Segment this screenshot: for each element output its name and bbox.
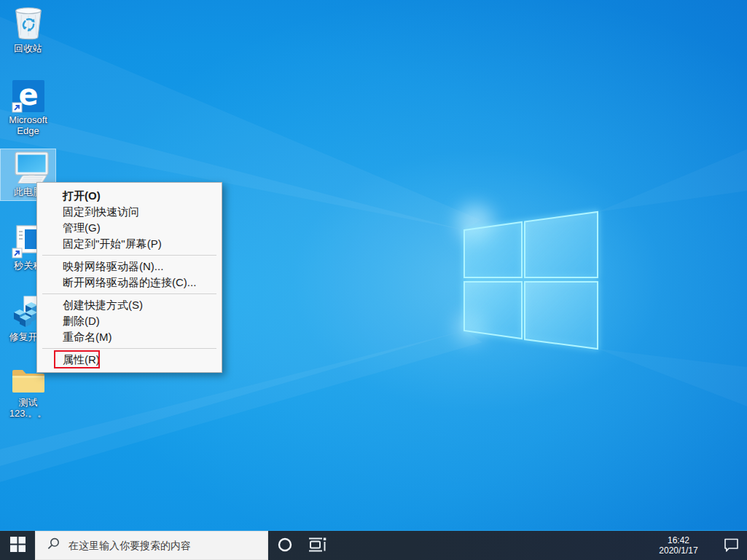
cortana-button[interactable] <box>268 531 301 560</box>
menu-item-delete[interactable]: 删除(D) <box>37 313 222 329</box>
menu-item-disconnect-network-drive[interactable]: 断开网络驱动器的连接(C)... <box>37 275 222 291</box>
menu-item-properties-label: 属性(R) <box>63 353 100 366</box>
action-center-button[interactable] <box>715 537 747 555</box>
menu-item-pin-to-start[interactable]: 固定到"开始"屏幕(P) <box>37 236 222 252</box>
icon-label: 测试123.。。 <box>2 397 55 419</box>
cortana-circle-icon <box>277 537 293 555</box>
menu-item-open[interactable]: 打开(O) <box>37 188 222 204</box>
icon-label: 回收站 <box>14 43 42 54</box>
windows-logo-icon <box>10 537 26 554</box>
this-pc-icon <box>5 151 52 185</box>
task-view-icon <box>308 536 326 555</box>
taskbar: 16:42 2020/1/17 <box>0 530 747 560</box>
menu-item-map-network-drive[interactable]: 映射网络驱动器(N)... <box>37 259 222 275</box>
menu-item-pin-to-quick-access[interactable]: 固定到快速访问 <box>37 204 222 220</box>
context-menu: 打开(O) 固定到快速访问 管理(G) 固定到"开始"屏幕(P) 映射网络驱动器… <box>36 182 222 373</box>
task-view-button[interactable] <box>301 531 334 560</box>
menu-item-manage[interactable]: 管理(G) <box>37 220 222 236</box>
menu-item-rename[interactable]: 重命名(M) <box>37 329 222 345</box>
shortcut-arrow-icon <box>12 103 22 112</box>
taskbar-search[interactable] <box>35 531 268 560</box>
icon-label: Microsoft Edge <box>2 114 55 136</box>
clock-time: 16:42 <box>642 535 715 546</box>
menu-separator <box>42 348 216 349</box>
system-tray: 16:42 2020/1/17 <box>642 531 747 560</box>
menu-separator <box>42 293 216 294</box>
desktop[interactable]: 回收站 e Microsoft Edge <box>0 0 747 530</box>
search-icon <box>46 537 60 554</box>
desktop-icon-recycle-bin[interactable]: 回收站 <box>1 3 55 54</box>
taskbar-clock[interactable]: 16:42 2020/1/17 <box>642 535 715 556</box>
shortcut-arrow-icon <box>12 248 22 258</box>
action-center-icon <box>723 537 740 555</box>
search-input[interactable] <box>67 539 267 552</box>
menu-item-properties[interactable]: 属性(R) <box>37 352 222 368</box>
clock-date: 2020/1/17 <box>642 545 715 556</box>
start-button[interactable] <box>0 531 35 560</box>
menu-item-create-shortcut[interactable]: 创建快捷方式(S) <box>37 297 222 313</box>
menu-separator <box>42 255 216 256</box>
recycle-bin-icon <box>12 5 45 42</box>
edge-icon: e <box>12 79 45 113</box>
desktop-icon-microsoft-edge[interactable]: e Microsoft Edge <box>1 77 55 136</box>
